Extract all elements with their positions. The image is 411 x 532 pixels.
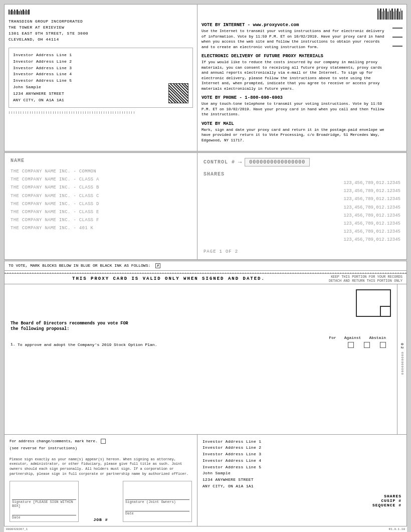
date-label-1: Date — [12, 515, 76, 519]
shares-info-label: SHARES — [202, 494, 401, 498]
footer-investor-line4: Investor Address Line 4 — [202, 458, 401, 464]
side-mark-2 — [392, 37, 402, 38]
keep-notice: KEEP THIS PORTION FOR YOUR RECORDS — [329, 275, 402, 279]
footer-section: For address change/comments, mark here. … — [4, 435, 407, 526]
company-item-1: THE COMPANY NAME INC. - COMMON — [11, 167, 191, 175]
vote-phone-title: VOTE BY PHONE - 1-800-690-6903 — [201, 95, 388, 100]
vote-electronic-title: ELECTRONIC DELIVERY OF FUTURE PROXY MATE… — [201, 54, 388, 59]
middle-left-panel: NAME THE COMPANY NAME INC. - COMMON THE … — [5, 153, 197, 259]
side-mark-1 — [392, 28, 402, 29]
address-change-note: (see reverse for instructions) — [10, 446, 98, 451]
against-header: Against — [344, 335, 361, 340]
control-label: CONTROL # — [203, 159, 235, 165]
side-mark-3 — [392, 46, 402, 47]
shares-item-3: 123,456,789,012.12345 — [203, 195, 400, 203]
investor-line3: Investor Address Line 3 — [13, 65, 72, 72]
investor-city: ANY CITY, ON A1A 1A1 — [13, 97, 72, 104]
bottom-barcode: ||||||||||||||||||||||||||||||||||||||||… — [9, 111, 193, 114]
joint-signature-box[interactable]: Signature (Joint Owners) Date — [123, 481, 192, 522]
proposal-text-1: To approve and adopt the Company's 2019 … — [18, 342, 348, 347]
vote-internet-title: VOTE BY INTERNET - www.proxyvote.com — [201, 23, 388, 28]
doc-number: 0000428367_1 — [6, 527, 28, 531]
middle-section: NAME THE COMPANY NAME INC. - COMMON THE … — [4, 152, 407, 260]
company-address2: 1301 EAST 9TH STREET, STE 3000 — [9, 31, 193, 37]
company-item-7: THE COMPANY NAME INC. - CLASS F — [11, 216, 191, 224]
vote-phone-body: Use any touch-tone telephone to transmit… — [201, 101, 388, 117]
stamp-box — [356, 289, 391, 317]
dashed-line — [5, 273, 406, 273]
date-label-2: Date — [125, 511, 189, 515]
page-num: 1 — [220, 249, 223, 254]
shares-info-area: SHARES CUSIP # SEQUENCE # — [202, 494, 401, 507]
address-change-label: For address change/comments, mark here. — [10, 439, 98, 444]
abstain-box-1[interactable] — [380, 342, 386, 348]
footer-investor-name: John Sample — [202, 470, 401, 477]
page-total: 2 — [235, 249, 238, 254]
of-label: OF — [226, 249, 232, 254]
company-item-6: THE COMPANY NAME INC. - CLASS E — [11, 208, 191, 216]
abstain-header: Abstain — [369, 335, 386, 340]
footer-right-panel: Investor Address Line 1 Investor Address… — [197, 435, 406, 526]
board-rec-line2: the following proposal: — [11, 326, 391, 332]
footer-investor-street: 1234 ANYWHERE STREET — [202, 477, 401, 483]
qr-code — [168, 83, 188, 103]
proposal-row-1: 1. To approve and adopt the Company's 20… — [11, 342, 391, 348]
vote-mail-body: Mark, sign and date your proxy card and … — [201, 127, 388, 143]
for-header: For — [329, 335, 336, 340]
company-address1: THE TOWER AT ERIEVIEW — [9, 25, 193, 31]
job-label: JOB # — [93, 517, 108, 522]
company-info: TRANSDIGN GROUP INCORPORATED THE TOWER A… — [9, 19, 193, 43]
footer-investor-line5: Investor Address Line 5 — [202, 464, 401, 471]
against-box-1[interactable] — [364, 342, 370, 348]
shares-item-5: 123,456,789,012.12345 — [203, 212, 400, 220]
signature-box[interactable]: Signature [PLEASE SIGN WITHIN BOX] Date — [10, 481, 79, 522]
investor-line5: Investor Address Line 5 — [13, 78, 72, 84]
vote-instruction-bar: TO VOTE, MARK BLOCKS BELOW IN BLUE OR BL… — [4, 261, 407, 271]
shares-item-1: 123,456,789,012.12345 — [203, 179, 400, 187]
stamp-corner — [380, 306, 390, 316]
footer-investor-addr: Investor Address Line 1 Investor Address… — [202, 439, 401, 490]
company-address3: CLEVELAND, OH 44114 — [9, 37, 193, 43]
for-box-1[interactable] — [348, 342, 354, 348]
vote-sections: VOTE BY INTERNET - www.proxyvote.com Use… — [201, 23, 402, 147]
middle-right-panel: CONTROL # → 0000000000000000 SHARES 123,… — [197, 153, 406, 259]
shares-item-7: 123,456,789,012.12345 — [203, 228, 400, 236]
address-change-checkbox[interactable] — [101, 439, 106, 444]
vote-mail-title: VOTE BY MAIL — [201, 121, 388, 126]
investor-line2: Investor Address Line 2 — [13, 59, 72, 65]
job-box: JOB # — [81, 481, 121, 522]
investor-line4: Investor Address Line 4 — [13, 71, 72, 78]
signature-area: Signature [PLEASE SIGN WITHIN BOX] Date … — [10, 481, 192, 522]
control-number: 0000000000000000 — [245, 158, 310, 166]
page-label: PAGE — [203, 249, 217, 254]
address-change-row: For address change/comments, mark here. … — [10, 439, 192, 453]
top-right-panel: VOTE BY INTERNET - www.proxyvote.com Use… — [197, 5, 406, 151]
company-item-4: THE COMPANY NAME INC. - CLASS C — [11, 192, 191, 200]
footer-investor-city: ANY CITY, ON A1A 1A1 — [202, 483, 401, 490]
vertical-number: 02 — [400, 343, 404, 350]
page: TRANSDIGN GROUP INCORPORATED THE TOWER A… — [0, 0, 411, 532]
version-label: R1.0.1.18 — [389, 527, 405, 531]
arrow-icon: → — [238, 159, 242, 166]
shares-item-2: 123,456,789,012.12345 — [203, 187, 400, 195]
bottom-content: The Board of Directors recommends you vo… — [4, 284, 407, 435]
bottom-main-panel: The Board of Directors recommends you vo… — [5, 284, 397, 434]
vote-instruction-text: TO VOTE, MARK BLOCKS BELOW IN BLUE OR BL… — [9, 263, 150, 268]
vote-content: VOTE BY INTERNET - www.proxyvote.com Use… — [201, 23, 388, 147]
top-left-panel: TRANSDIGN GROUP INCORPORATED THE TOWER A… — [5, 5, 197, 151]
page-info: PAGE 1 OF 2 — [203, 249, 400, 254]
control-row: CONTROL # → 0000000000000000 — [203, 158, 400, 166]
vote-boxes-1 — [348, 342, 391, 348]
top-barcode — [201, 9, 402, 20]
proxy-card-bar: THIS PROXY CARD IS VALID ONLY WHEN SIGNE… — [4, 274, 407, 284]
investor-street: 1234 ANYWHERE STREET — [13, 91, 72, 97]
shares-item-6: 123,456,789,012.12345 — [203, 220, 400, 228]
investor-line1: Investor Address Line 1 — [13, 52, 72, 59]
side-marks — [392, 23, 402, 147]
sample-checkbox: ✗ — [155, 263, 160, 268]
vote-electronic-body: If you would like to reduce the costs in… — [201, 60, 388, 91]
board-rec-line1: The Board of Directors recommends you vo… — [11, 321, 391, 327]
board-recommendation: The Board of Directors recommends you vo… — [11, 321, 391, 333]
company-item-8: THE COMPANY NAME INC. - 401 K — [11, 224, 191, 232]
shares-label: SHARES — [203, 171, 400, 177]
